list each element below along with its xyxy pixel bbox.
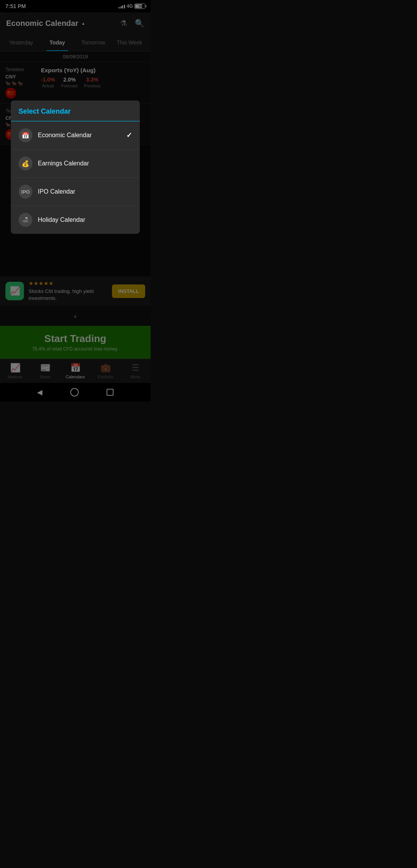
calendar-option-holiday[interactable]: 🏖 Holiday Calendar <box>11 206 140 234</box>
modal-header: Select Calendar <box>11 100 140 121</box>
calendar-option-earnings[interactable]: 💰 Earnings Calendar <box>11 150 140 178</box>
earnings-calendar-label: Earnings Calendar <box>38 160 132 167</box>
select-calendar-modal: Select Calendar 📅 Economic Calendar ✓ 💰 … <box>11 100 140 234</box>
economic-calendar-label: Economic Calendar <box>38 132 126 139</box>
ipo-calendar-icon: IPO <box>19 185 32 199</box>
holiday-calendar-icon: 🏖 <box>19 213 32 227</box>
modal-title: Select Calendar <box>19 107 132 116</box>
calendar-option-ipo[interactable]: IPO IPO Calendar <box>11 178 140 206</box>
selected-checkmark: ✓ <box>126 131 132 140</box>
economic-calendar-icon: 📅 <box>19 128 32 142</box>
calendar-option-economic[interactable]: 📅 Economic Calendar ✓ <box>11 121 140 150</box>
ipo-calendar-label: IPO Calendar <box>38 188 132 195</box>
holiday-calendar-label: Holiday Calendar <box>38 216 132 223</box>
earnings-calendar-icon: 💰 <box>19 157 32 170</box>
